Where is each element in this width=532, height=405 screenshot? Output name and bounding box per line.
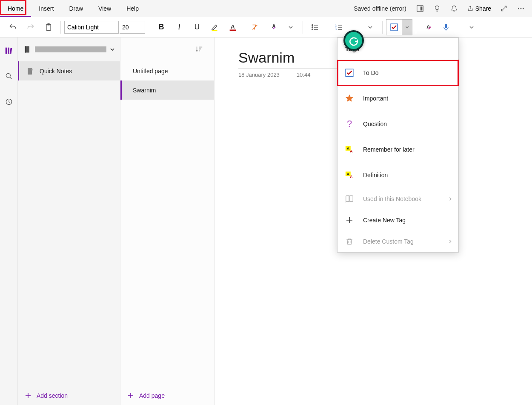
section-quick-notes[interactable]: Quick Notes [18, 61, 120, 80]
page-swarnim[interactable]: Swarnim [120, 80, 214, 100]
svg-rect-1 [420, 7, 423, 11]
divider [303, 21, 303, 34]
fullscreen-icon[interactable] [496, 1, 512, 16]
ink-button[interactable]: A [420, 19, 437, 36]
dictate-button[interactable] [438, 19, 455, 36]
page-title[interactable] [238, 49, 340, 69]
page-date: 18 January 2023 [238, 72, 280, 78]
svg-text:A: A [231, 23, 235, 29]
tag-definition[interactable]: AA Definition [338, 162, 458, 188]
saved-status: Saved offline (error) [354, 5, 406, 12]
undo-button[interactable] [4, 19, 21, 36]
share-label: Share [475, 5, 491, 12]
more-icon[interactable] [513, 1, 529, 16]
notifications-icon[interactable] [446, 1, 462, 16]
svg-rect-23 [9, 48, 12, 54]
page-time: 10:44 [297, 72, 311, 78]
plus-icon [127, 392, 134, 399]
svg-text:A: A [350, 175, 353, 179]
star-icon [344, 93, 355, 103]
numbered-list-button[interactable]: 123 [330, 19, 347, 36]
chevron-down-icon[interactable] [110, 47, 115, 52]
chevron-right-icon [448, 197, 452, 201]
trash-icon [344, 236, 355, 247]
tag-question[interactable]: ? Question [338, 111, 458, 137]
svg-rect-22 [8, 48, 9, 54]
tab-insert[interactable]: Insert [31, 0, 61, 17]
divider [416, 21, 416, 34]
divider [382, 21, 383, 34]
font-color-button[interactable]: A [224, 19, 241, 36]
share-button[interactable]: Share [463, 1, 495, 16]
bullet-list-button[interactable] [306, 19, 323, 36]
svg-point-12 [312, 24, 313, 26]
sort-pages-icon[interactable] [195, 45, 206, 55]
more-voice-chevron[interactable] [463, 19, 480, 36]
svg-point-24 [6, 73, 10, 78]
clipboard-button[interactable] [40, 19, 57, 36]
add-section-label: Add section [37, 392, 68, 399]
divider [60, 21, 61, 34]
page-untitled[interactable]: Untitled page [120, 61, 214, 80]
recent-icon[interactable] [2, 95, 16, 109]
tag-remember[interactable]: AA Remember for later [338, 137, 458, 162]
tags-create-new[interactable]: Create New Tag [338, 210, 458, 231]
svg-rect-20 [445, 24, 447, 28]
grammarly-badge[interactable] [343, 30, 364, 51]
plus-icon [344, 215, 355, 225]
tab-draw[interactable]: Draw [61, 0, 91, 17]
bold-button[interactable]: B [153, 19, 170, 36]
notebooks-icon[interactable] [2, 43, 16, 58]
svg-point-2 [435, 6, 439, 10]
svg-rect-28 [28, 68, 32, 75]
more-paragraph-chevron[interactable] [362, 19, 379, 36]
feed-icon[interactable] [412, 1, 428, 16]
tag-footer-label: Used in this Notebook [363, 195, 421, 202]
highlight-button[interactable] [206, 19, 223, 36]
tab-help[interactable]: Help [119, 0, 146, 17]
section-label: Quick Notes [40, 68, 72, 75]
page-label: Untitled page [133, 68, 168, 75]
svg-point-3 [518, 8, 519, 9]
format-painter-button[interactable]: A [264, 19, 281, 36]
chevron-right-icon [448, 239, 452, 244]
svg-rect-10 [230, 29, 236, 31]
todo-tag-button[interactable] [386, 19, 402, 35]
more-formatting-chevron[interactable] [282, 19, 299, 36]
add-page-label: Add page [139, 392, 165, 399]
tag-label: Remember for later [363, 146, 415, 153]
tag-todo[interactable]: To Do [338, 60, 458, 86]
tab-home[interactable]: Home [0, 0, 31, 17]
svg-point-14 [312, 29, 313, 30]
aa-icon: AA [344, 144, 355, 155]
svg-text:A: A [347, 172, 350, 176]
page-label: Swarnim [133, 87, 156, 94]
lightbulb-icon[interactable] [429, 1, 445, 16]
font-size-input[interactable] [120, 21, 145, 34]
add-page-button[interactable]: Add page [120, 386, 214, 405]
tab-view[interactable]: View [91, 0, 119, 17]
notebook-name[interactable] [35, 46, 106, 52]
notebook-icon [23, 45, 31, 54]
plus-icon [25, 392, 31, 399]
tag-footer-label: Delete Custom Tag [363, 238, 414, 245]
clear-formatting-button[interactable] [246, 19, 263, 36]
svg-rect-8 [212, 30, 217, 31]
italic-button[interactable]: I [171, 19, 188, 36]
redo-button[interactable] [22, 19, 39, 36]
tags-used-in-notebook[interactable]: Used in this Notebook [338, 188, 458, 210]
font-name-input[interactable] [64, 21, 119, 34]
add-section-button[interactable]: Add section [18, 386, 120, 405]
svg-point-13 [312, 26, 313, 28]
book-icon [344, 194, 355, 204]
todo-tag-chevron[interactable] [402, 19, 412, 35]
search-icon[interactable] [2, 69, 16, 83]
underline-button[interactable]: U [189, 19, 206, 36]
question-icon: ? [344, 119, 355, 129]
tags-delete-custom[interactable]: Delete Custom Tag [338, 231, 458, 252]
svg-point-4 [521, 8, 522, 9]
tag-label: Question [363, 121, 387, 127]
tags-dropdown: Tags To Do Important ? Question AA Remem… [337, 37, 459, 253]
tag-important[interactable]: Important [338, 86, 458, 111]
aa-icon: AA [344, 170, 355, 180]
